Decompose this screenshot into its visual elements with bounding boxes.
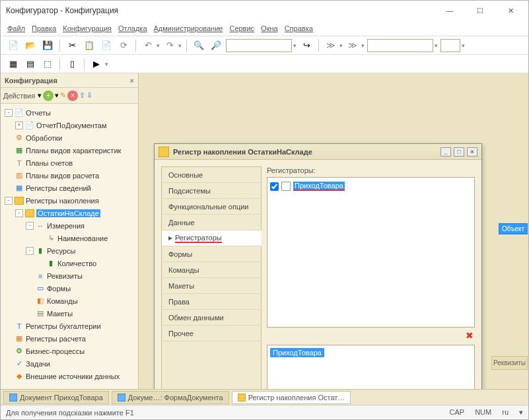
register-icon xyxy=(159,147,169,157)
tree-item[interactable]: -↔Измерения xyxy=(1,219,138,232)
modal-maximize[interactable]: □ xyxy=(454,147,464,157)
step-back-icon[interactable]: ≫ xyxy=(324,38,338,53)
document-icon xyxy=(281,182,291,191)
modal-title: Регистр накопления ОстаткиНаСкладе xyxy=(173,148,312,156)
tree-item[interactable]: ▦Регистры расчета xyxy=(1,332,138,345)
maximize-button[interactable]: ☐ xyxy=(470,3,490,18)
rekv-badge[interactable]: Реквизиты xyxy=(491,356,528,370)
menu-Справка[interactable]: Справка xyxy=(285,24,313,32)
actions-label[interactable]: Действия xyxy=(3,92,35,100)
tab-Макеты[interactable]: Макеты xyxy=(162,278,261,294)
tree-item[interactable]: ◧Команды xyxy=(1,295,138,307)
footer-tab[interactable]: Регистр накопления Остат… xyxy=(232,391,351,404)
tree-item[interactable]: ▦Планы видов характеристик xyxy=(1,144,138,157)
tree-item[interactable]: ▥Планы видов расчета xyxy=(1,169,138,182)
toolbar-1: 📄 📂 💾 ✂ 📋 📄 ⟳ ↶▾ ↷▾ 🔍 🔎 ▾ ↪ ≫▾ ≫▾ ▾ ▾ xyxy=(1,36,528,55)
combo-1[interactable] xyxy=(367,39,433,52)
list-item[interactable]: ПриходТовара xyxy=(270,180,472,192)
tree-item[interactable]: -📄Отчеты xyxy=(1,106,138,119)
tree-item[interactable]: +📄ОтчетПоДокументам xyxy=(1,119,138,131)
tree-item[interactable]: ▮Количество xyxy=(1,257,138,269)
tab-Обмен данными[interactable]: Обмен данными xyxy=(162,310,261,326)
find-icon[interactable]: 🔍 xyxy=(192,38,206,53)
selected-box[interactable]: ПриходТовара xyxy=(267,345,475,389)
down-icon[interactable]: ⇩ xyxy=(87,91,92,100)
panel-close-icon[interactable]: × xyxy=(130,77,134,85)
copy-icon[interactable]: 📋 xyxy=(82,38,96,53)
menu-Отладка[interactable]: Отладка xyxy=(118,24,147,32)
menu-Файл[interactable]: Файл xyxy=(7,24,25,32)
tree-item[interactable]: ⚙Обработки xyxy=(1,131,138,144)
undo-icon[interactable]: ↶ xyxy=(141,38,155,53)
footer-tabs: Документ ПриходТовараДокуме…: ФормаДокум… xyxy=(1,389,528,405)
step-fwd-icon[interactable]: ≫ xyxy=(345,38,360,53)
tab-Прочее[interactable]: Прочее xyxy=(162,326,261,341)
add-icon[interactable]: + xyxy=(43,90,53,101)
modal-tabs: ОсновныеПодсистемыФункциональные опцииДа… xyxy=(161,166,262,389)
menu-Администрирование[interactable]: Администрирование xyxy=(154,24,223,32)
zoom-icon[interactable]: 🔎 xyxy=(209,38,223,53)
menu-Сервис[interactable]: Сервис xyxy=(229,24,254,32)
edit-icon[interactable]: ✎ xyxy=(60,91,66,100)
item-checkbox[interactable] xyxy=(270,182,279,191)
go-icon[interactable]: ↪ xyxy=(299,38,314,53)
object-badge[interactable]: Объект xyxy=(499,223,528,234)
tb2-c[interactable]: ⬚ xyxy=(40,57,55,71)
menu-Конфигурация[interactable]: Конфигурация xyxy=(63,24,112,32)
tb2-a[interactable]: ▦ xyxy=(6,57,20,71)
statusbar: Для получения подсказки нажмите F1 CAP N… xyxy=(1,405,528,419)
tree-item[interactable]: ⚙Бизнес-процессы xyxy=(1,345,138,357)
tree-item[interactable]: ▭Формы xyxy=(1,282,138,295)
open-icon[interactable]: 📂 xyxy=(23,38,38,53)
menu-Окна[interactable]: Окна xyxy=(261,24,278,32)
tab-Регистраторы[interactable]: Регистраторы xyxy=(162,230,262,246)
footer-tab[interactable]: Докуме…: ФормаДокумента xyxy=(112,391,229,404)
tree-item[interactable]: ◆Внешние источники данных xyxy=(1,370,138,382)
delete-icon[interactable]: × xyxy=(67,90,78,101)
reload-icon[interactable]: ⟳ xyxy=(116,38,131,53)
tree-item[interactable]: -ОстаткиНаСкладе xyxy=(1,207,138,219)
save-icon[interactable]: 💾 xyxy=(40,38,55,53)
tree-item[interactable]: ▤Макеты xyxy=(1,307,138,320)
tab-Права[interactable]: Права xyxy=(162,294,261,310)
lang-drop-icon[interactable]: ▾ xyxy=(519,408,523,417)
tree-item[interactable]: TПланы счетов xyxy=(1,157,138,169)
tree-item[interactable]: ↳Наименование xyxy=(1,232,138,244)
tree-item[interactable]: ✓Задачи xyxy=(1,357,138,370)
remove-icon[interactable]: ✖ xyxy=(466,330,474,341)
tab-Подсистемы[interactable]: Подсистемы xyxy=(162,183,261,199)
config-panel: Конфигурация × Действия▾ +▾ ✎ × ⇧ ⇩ -📄От… xyxy=(1,73,139,389)
window-title: Конфигуратор - Конфигурация xyxy=(6,6,440,15)
tree-item[interactable]: -Регистры накопления xyxy=(1,194,138,207)
modal-minimize[interactable]: _ xyxy=(441,147,451,157)
up-icon[interactable]: ⇧ xyxy=(79,91,85,100)
modal-close[interactable]: × xyxy=(467,147,477,157)
tb2-b[interactable]: ▤ xyxy=(23,57,38,71)
minimize-button[interactable]: — xyxy=(440,3,460,18)
tab-Функциональные опции[interactable]: Функциональные опции xyxy=(162,199,261,215)
tab-Команды[interactable]: Команды xyxy=(162,262,261,278)
new-icon[interactable]: 📄 xyxy=(6,38,20,53)
tab-Данные[interactable]: Данные xyxy=(162,215,261,230)
combo-2[interactable] xyxy=(441,39,460,52)
tree-item[interactable]: ≡Реквизиты xyxy=(1,269,138,282)
close-button[interactable]: ✕ xyxy=(501,3,520,18)
paste-icon[interactable]: 📄 xyxy=(99,38,114,53)
tab-Основные[interactable]: Основные xyxy=(162,167,261,183)
redo-icon[interactable]: ↷ xyxy=(162,38,177,53)
toolbar-2: ▦ ▤ ⬚ ▯ ▶▾ xyxy=(1,55,528,73)
footer-tab[interactable]: Документ ПриходТовара xyxy=(3,391,109,404)
tb2-d[interactable]: ▯ xyxy=(65,57,79,71)
search-field[interactable] xyxy=(226,39,292,52)
register-modal: Регистр накопления ОстаткиНаСкладе _ □ ×… xyxy=(154,143,482,389)
tree-item[interactable]: -▮Ресурсы xyxy=(1,244,138,257)
registrators-list[interactable]: ПриходТовара xyxy=(267,177,475,328)
tree-item[interactable]: TРегистры бухгалтерии xyxy=(1,320,138,332)
menu-Правка[interactable]: Правка xyxy=(32,24,56,32)
tab-Формы[interactable]: Формы xyxy=(162,246,261,262)
tree-item[interactable]: ▦Регистры сведений xyxy=(1,182,138,194)
config-tree[interactable]: -📄Отчеты+📄ОтчетПоДокументам⚙Обработки▦Пл… xyxy=(1,104,138,389)
cut-icon[interactable]: ✂ xyxy=(65,38,79,53)
run-icon[interactable]: ▶ xyxy=(89,57,104,71)
status-hint: Для получения подсказки нажмите F1 xyxy=(6,409,134,417)
